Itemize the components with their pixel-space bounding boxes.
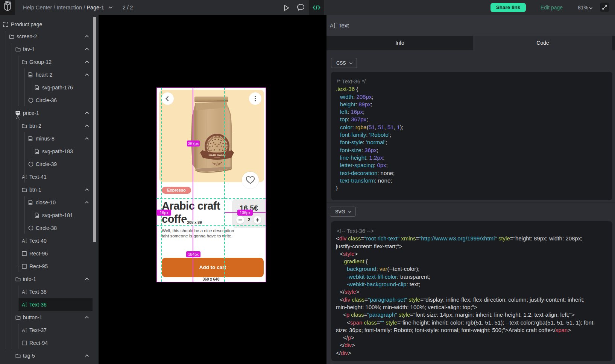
svg-text:A: A [22,302,25,307]
svg-text:A: A [22,239,25,243]
svg-text:A: A [22,328,25,333]
svg-text:NABI NAHU: NABI NAHU [209,154,226,157]
svg-text:A: A [22,290,25,295]
svg-text:A: A [330,23,334,28]
